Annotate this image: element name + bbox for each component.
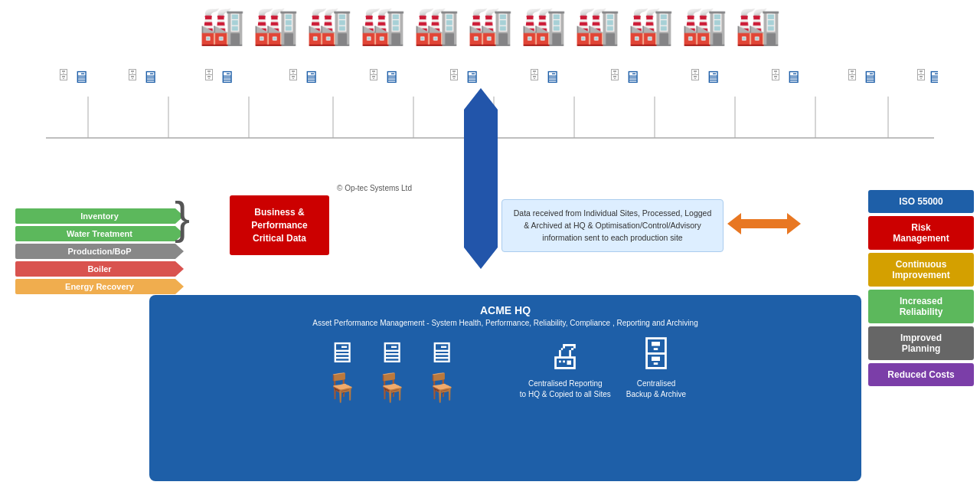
reporting-label: Centralised Reporting to HQ & Copied to …: [520, 378, 611, 400]
info-box-text: Data received from Individual Sites, Pro…: [514, 208, 712, 242]
hq-subtitle: Asset Performance Management - System He…: [165, 319, 846, 327]
svg-text:🖥: 🖥: [463, 67, 480, 87]
bracket-arrow: }: [175, 195, 190, 241]
svg-text:🖥: 🖥: [383, 67, 400, 87]
monitor-icon-1: 🖥: [327, 336, 356, 369]
svg-text:🗄: 🗄: [368, 69, 380, 82]
svg-text:🖥: 🖥: [142, 67, 158, 87]
factories-row: 🏭 🏭 🏭 🏭 🏭 🏭 🏭 🏭 🏭 🏭 🏭: [0, 0, 980, 51]
factory-icon-7: 🏭: [521, 8, 567, 44]
printer-icon: 🖨: [548, 336, 582, 375]
chair-icon-1: 🪑: [325, 372, 359, 404]
svg-text:🖥: 🖥: [624, 67, 641, 87]
centralised-backup-section: 🗄 Centralised Backup & Archive: [626, 336, 686, 400]
svg-text:🗄: 🗄: [689, 69, 701, 82]
costs-button[interactable]: Reduced Costs: [868, 363, 974, 386]
iso-button[interactable]: ISO 55000: [868, 190, 974, 213]
svg-text:🖥: 🖥: [73, 67, 90, 87]
hq-workstation-1: 🖥 🪑: [325, 336, 359, 404]
factory-icon-11: 🏭: [735, 8, 781, 44]
info-box: Data received from Individual Sites, Pro…: [501, 199, 724, 252]
svg-text:🗄: 🗄: [846, 69, 858, 82]
critical-data-box: Business & Performance Critical Data: [230, 195, 329, 255]
label-energy: Energy Recovery: [15, 279, 184, 294]
svg-text:🗄: 🗄: [609, 69, 621, 82]
svg-text:🖥: 🖥: [544, 67, 560, 87]
left-labels-container: Inventory Water Treatment Production/BoP…: [15, 193, 184, 294]
svg-text:🗄: 🗄: [528, 69, 541, 82]
factory-icon-5: 🏭: [413, 8, 459, 44]
factory-icon-8: 🏭: [574, 8, 620, 44]
factory-icon-2: 🏭: [253, 8, 299, 44]
reliability-button[interactable]: Increased Reliability: [868, 290, 974, 323]
svg-text:🖥: 🖥: [926, 67, 938, 87]
continuous-button[interactable]: Continuous Improvement: [868, 253, 974, 287]
factory-icon-10: 🏭: [681, 8, 727, 44]
hq-title: ACME HQ: [165, 304, 846, 316]
hq-workstation-2: 🖥 🪑: [374, 336, 409, 404]
factory-icon-3: 🏭: [306, 8, 352, 44]
vertical-double-arrow: [464, 88, 498, 269]
chair-icon-2: 🪑: [374, 372, 409, 404]
factory-icon-6: 🏭: [467, 8, 513, 44]
factory-icon-1: 🏭: [199, 8, 245, 44]
database-icon: 🗄: [639, 336, 673, 375]
svg-text:🗄: 🗄: [57, 69, 70, 82]
svg-text:🗄: 🗄: [126, 69, 139, 82]
svg-text:🖥: 🖥: [302, 67, 319, 87]
svg-text:🗄: 🗄: [769, 69, 782, 82]
svg-text:🖥: 🖥: [785, 67, 802, 87]
label-production: Production/BoP: [15, 244, 184, 259]
svg-text:🖥: 🖥: [218, 67, 235, 87]
chair-icon-3: 🪑: [424, 372, 459, 404]
risk-button[interactable]: Risk Management: [868, 216, 974, 250]
backup-label: Centralised Backup & Archive: [626, 378, 686, 400]
critical-data-text: Business & Performance Critical Data: [251, 207, 307, 244]
centralised-reporting-section: 🖨 Centralised Reporting to HQ & Copied t…: [520, 336, 611, 400]
right-buttons-container: ISO 55000 Risk Management Continuous Imp…: [868, 190, 974, 386]
factory-icon-9: 🏭: [628, 8, 674, 44]
svg-text:🖥: 🖥: [704, 67, 721, 87]
svg-text:🖥: 🖥: [861, 67, 878, 87]
hq-box: ACME HQ Asset Performance Management - S…: [149, 295, 861, 481]
monitor-icon-2: 🖥: [377, 336, 406, 369]
svg-text:🗄: 🗄: [203, 69, 215, 82]
svg-text:🗄: 🗄: [448, 69, 460, 82]
copyright-text: © Op-tec Systems Ltd: [337, 184, 412, 192]
factory-icon-4: 🏭: [360, 8, 406, 44]
label-inventory: Inventory: [15, 208, 184, 224]
label-water: Water Treatment: [15, 226, 184, 241]
svg-text:🗄: 🗄: [287, 69, 299, 82]
hq-workstation-3: 🖥 🪑: [424, 336, 459, 404]
monitor-icon-3: 🖥: [426, 336, 456, 369]
label-boiler: Boiler: [15, 261, 184, 277]
planning-button[interactable]: Improved Planning: [868, 326, 974, 360]
orange-h-arrow: [727, 213, 801, 234]
svg-text:🗄: 🗄: [915, 69, 927, 82]
